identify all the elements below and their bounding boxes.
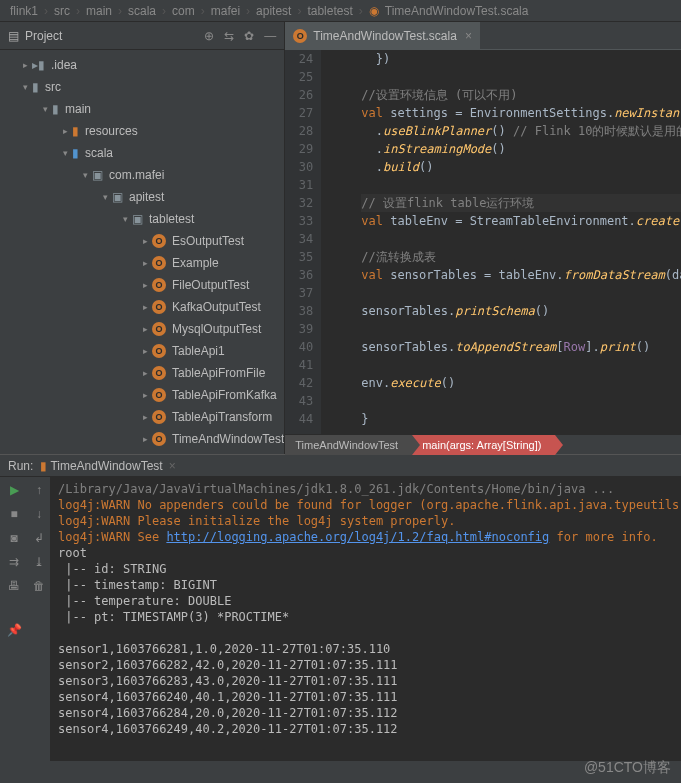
console[interactable]: /Library/Java/JavaVirtualMachines/jdk1.8…: [50, 477, 681, 761]
crumb[interactable]: src: [54, 4, 70, 18]
code-lines[interactable]: }) //设置环境信息 (可以不用) val settings = Enviro…: [321, 50, 681, 434]
tree-item[interactable]: ▾▣com.mafei: [0, 164, 284, 186]
target-icon[interactable]: ⊕: [204, 29, 214, 43]
console-line: sensor4,1603766240,40.1,2020-11-27T01:07…: [58, 689, 673, 705]
tree-item[interactable]: ▾▮src: [0, 76, 284, 98]
console-line: sensor2,1603766282,42.0,2020-11-27T01:07…: [58, 657, 673, 673]
tree-item[interactable]: ▸▸▮.idea: [0, 54, 284, 76]
log4j-link[interactable]: http://logging.apache.org/log4j/1.2/faq.…: [166, 530, 549, 544]
run-label: Run:: [8, 459, 33, 473]
stop-icon[interactable]: ■: [10, 507, 17, 521]
console-line: sensor4,1603766249,40.2,2020-11-27T01:07…: [58, 721, 673, 737]
bc-method[interactable]: main(args: Array[String]): [412, 435, 555, 455]
tree-item[interactable]: ▾▣apitest: [0, 186, 284, 208]
crumb[interactable]: flink1: [10, 4, 38, 18]
camera-icon[interactable]: ◙: [10, 531, 17, 545]
gear-icon[interactable]: ✿: [244, 29, 254, 43]
breadcrumb: flink1› src› main› scala› com› mafei› ap…: [0, 0, 681, 22]
layout-icon[interactable]: ⇉: [9, 555, 19, 569]
tree-item[interactable]: ▸OExample: [0, 252, 284, 274]
run-panel: Run: ▮ TimeAndWindowTest × ▶ ■ ◙ ⇉ 🖶 📌 ↑…: [0, 454, 681, 761]
console-line: |-- temperature: DOUBLE: [58, 593, 673, 609]
class-icon: ◉: [369, 4, 379, 18]
wrap-icon[interactable]: ↲: [34, 531, 44, 545]
console-line: sensor1,1603766281,1.0,2020-11-27T01:07:…: [58, 641, 673, 657]
down-icon[interactable]: ↓: [36, 507, 42, 521]
tree-item[interactable]: ▸OKafkaOutputTest: [0, 296, 284, 318]
console-line: log4j:WARN No appenders could be found f…: [58, 497, 673, 513]
tab-label: TimeAndWindowTest.scala: [313, 29, 457, 43]
pin-icon[interactable]: 📌: [7, 623, 22, 637]
tree-item[interactable]: ▸OTableApiFromFile: [0, 362, 284, 384]
crumb-file[interactable]: TimeAndWindowTest.scala: [385, 4, 529, 18]
crumb[interactable]: tabletest: [307, 4, 352, 18]
run-title[interactable]: TimeAndWindowTest: [50, 459, 162, 473]
class-icon: O: [293, 29, 307, 43]
project-title[interactable]: Project: [25, 29, 62, 43]
tree-item[interactable]: ▸OTimeAndWindowTest: [0, 428, 284, 450]
close-icon[interactable]: ×: [169, 459, 176, 473]
console-line: |-- id: STRING: [58, 561, 673, 577]
tree-item[interactable]: ▸OTableApiTransform: [0, 406, 284, 428]
watermark: @51CTO博客: [584, 759, 671, 777]
console-line: |-- timestamp: BIGINT: [58, 577, 673, 593]
crumb[interactable]: scala: [128, 4, 156, 18]
tree-item[interactable]: ▸OFileOutputTest: [0, 274, 284, 296]
run-config-icon: ▮: [40, 459, 47, 473]
up-icon[interactable]: ↑: [36, 483, 42, 497]
run-toolbar: ▶ ■ ◙ ⇉ 🖶 📌: [0, 477, 28, 761]
console-line: log4j:WARN Please initialize the log4j s…: [58, 513, 673, 529]
tree-item[interactable]: ▾▣tabletest: [0, 208, 284, 230]
editor-breadcrumbs: TimeAndWindowTest main(args: Array[Strin…: [285, 434, 681, 454]
rerun-icon[interactable]: ▶: [10, 483, 19, 497]
editor-tab[interactable]: O TimeAndWindowTest.scala ×: [285, 22, 481, 49]
editor: O TimeAndWindowTest.scala × 242526272829…: [285, 22, 681, 454]
crumb[interactable]: com: [172, 4, 195, 18]
editor-tabs: O TimeAndWindowTest.scala ×: [285, 22, 681, 50]
collapse-icon[interactable]: ⇆: [224, 29, 234, 43]
tree-item[interactable]: ▸OTableApiFromKafka: [0, 384, 284, 406]
bc-class[interactable]: TimeAndWindowTest: [285, 435, 412, 455]
crumb[interactable]: mafei: [211, 4, 240, 18]
tree-item[interactable]: ▾▮scala: [0, 142, 284, 164]
console-line: sensor4,1603766284,20.0,2020-11-27T01:07…: [58, 705, 673, 721]
tree-item[interactable]: ▸OTableApi1: [0, 340, 284, 362]
project-tree[interactable]: ▸▸▮.idea ▾▮src ▾▮main ▸▮resources ▾▮scal…: [0, 50, 284, 454]
crumb[interactable]: apitest: [256, 4, 291, 18]
console-line: sensor3,1603766283,43.0,2020-11-27T01:07…: [58, 673, 673, 689]
close-icon[interactable]: ×: [465, 29, 472, 43]
tree-item[interactable]: ▸OMysqlOutputTest: [0, 318, 284, 340]
console-line: root: [58, 545, 673, 561]
code-area[interactable]: 2425262728293031323334353637383940414243…: [285, 50, 681, 434]
tree-item[interactable]: ▾▮main: [0, 98, 284, 120]
project-sidebar: ▤ Project ⊕ ⇆ ✿ — ▸▸▮.idea ▾▮src ▾▮main …: [0, 22, 285, 454]
clear-icon[interactable]: 🗑: [33, 579, 45, 593]
hide-icon[interactable]: —: [264, 29, 276, 43]
console-cmd: /Library/Java/JavaVirtualMachines/jdk1.8…: [58, 481, 673, 497]
console-line: |-- pt: TIMESTAMP(3) *PROCTIME*: [58, 609, 673, 625]
tree-item[interactable]: ▸OEsOutputTest: [0, 230, 284, 252]
tree-item[interactable]: ▸▮resources: [0, 120, 284, 142]
print-icon[interactable]: 🖶: [8, 579, 20, 593]
scroll-icon[interactable]: ⤓: [34, 555, 44, 569]
gutter: 2425262728293031323334353637383940414243…: [285, 50, 321, 434]
project-icon: ▤: [8, 29, 19, 43]
run-toolbar2: ↑ ↓ ↲ ⤓ 🗑: [28, 477, 50, 761]
crumb[interactable]: main: [86, 4, 112, 18]
